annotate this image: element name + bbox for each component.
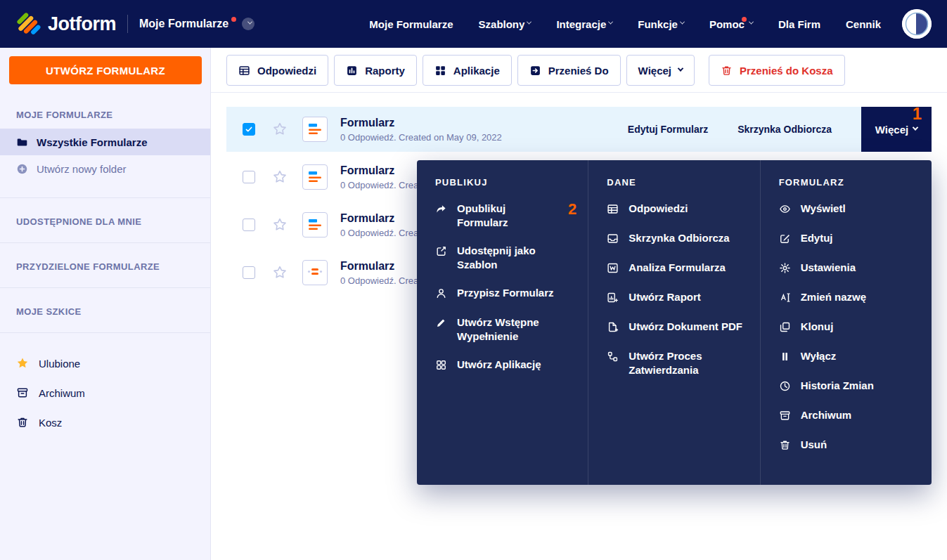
- chevron-down-icon: [242, 18, 255, 30]
- workspace-switcher[interactable]: Moje Formularze: [139, 18, 255, 30]
- step-1-annotation: 1: [913, 105, 922, 122]
- share-arrow-icon: [435, 203, 447, 215]
- rename-icon: [779, 292, 791, 304]
- menu-item-edit[interactable]: Edytuj: [779, 231, 920, 247]
- menu-item-form-analytics[interactable]: Analiza Formularza: [607, 261, 748, 276]
- chevron-down-icon: [749, 20, 754, 25]
- star-icon[interactable]: [272, 169, 288, 185]
- eye-icon: [779, 203, 791, 215]
- form-header: FORMULARZ: [779, 177, 920, 188]
- create-form-button[interactable]: UTWÓRZ FORMULARZ: [9, 56, 202, 84]
- workspace-label: Moje Formularze: [139, 18, 228, 30]
- sidebar-item-label: Kosz: [39, 417, 62, 429]
- pencil-icon: [435, 317, 447, 329]
- nav-item-moje-formularze[interactable]: Moje Formularze: [369, 18, 453, 30]
- row-checkbox[interactable]: [243, 171, 255, 183]
- trash-icon: [721, 65, 733, 77]
- move-to-trash-button[interactable]: Przenieś do Kosza: [709, 55, 845, 86]
- jotform-logo[interactable]: Jotform: [15, 11, 116, 37]
- archive-icon: [779, 410, 791, 422]
- menu-item-revision-history[interactable]: Historia Zmian: [779, 379, 920, 394]
- app-grid-icon: [435, 359, 447, 371]
- share-template-icon: [435, 245, 447, 257]
- star-icon[interactable]: [272, 217, 288, 233]
- menu-item-inbox[interactable]: Skrzynka Odbiorcza: [607, 231, 748, 247]
- menu-item-responses[interactable]: Odpowiedzi: [607, 202, 748, 217]
- folder-icon: [16, 136, 28, 148]
- data-header: DANE: [607, 177, 748, 188]
- plus-circle-icon: [16, 163, 28, 175]
- trash-icon: [779, 439, 791, 451]
- menu-item-view[interactable]: Wyświetl: [779, 202, 920, 217]
- form-type-icon: [302, 164, 328, 190]
- row-checkbox[interactable]: [243, 219, 255, 231]
- menu-item-rename[interactable]: Zmień nazwę: [779, 290, 920, 306]
- nav-item-pomoc[interactable]: Pomoc: [709, 18, 753, 30]
- main-content: Odpowiedzi Raporty Aplikacje: [211, 48, 947, 560]
- avatar[interactable]: [902, 9, 932, 39]
- more-button[interactable]: Więcej: [626, 55, 695, 86]
- reports-button[interactable]: Raporty: [334, 55, 417, 86]
- row-checkbox[interactable]: [243, 123, 255, 136]
- star-icon[interactable]: [272, 265, 288, 280]
- pause-icon: [779, 351, 791, 363]
- sidebar-divider: [0, 287, 210, 288]
- notification-dot: [231, 17, 236, 22]
- move-to-button[interactable]: Przenieś Do: [517, 55, 621, 86]
- notification-dot: [742, 17, 747, 22]
- sidebar-item-archive[interactable]: Archiwum: [0, 378, 210, 408]
- menu-item-disable[interactable]: Wyłącz: [779, 349, 920, 365]
- inbox-link[interactable]: Skrzynka Odbiorcza: [737, 124, 832, 135]
- menu-item-create-app[interactable]: Utwórz Aplikację: [435, 358, 576, 373]
- menu-item-create-approval-flow[interactable]: Utwórz Proces Zatwierdzania: [607, 349, 748, 377]
- nav-divider: [127, 15, 128, 33]
- approval-flow-icon: [607, 351, 619, 363]
- nav-item-szablony[interactable]: Szablony: [479, 18, 532, 30]
- nav-item-integracje[interactable]: Integracje: [556, 18, 612, 30]
- menu-column-form: FORMULARZ Wyświetl Edytuj: [760, 160, 932, 485]
- chevron-down-icon: [527, 20, 532, 25]
- menu-item-create-pdf[interactable]: Utwórz Dokument PDF: [607, 320, 748, 335]
- sidebar-item-label: Utwórz nowy folder: [37, 163, 127, 175]
- pdf-document-plus-icon: [607, 321, 619, 333]
- menu-column-publish: PUBLIKUJ Opublikuj Formularz 2 Udostępni…: [417, 160, 588, 485]
- menu-item-share-as-template[interactable]: Udostępnij jako Szablon: [435, 244, 576, 272]
- sidebar-item-all-forms[interactable]: Wszystkie Formularze: [0, 129, 210, 155]
- avatar-icon: [902, 9, 932, 39]
- edit-form-link[interactable]: Edytuj Formularz: [628, 124, 708, 135]
- assigned-forms-header: PRZYDZIELONE FORMULARZE: [16, 261, 194, 272]
- more-dropdown-menu: PUBLIKUJ Opublikuj Formularz 2 Udostępni…: [417, 160, 932, 485]
- clock-icon: [779, 380, 791, 392]
- menu-item-create-report[interactable]: Utwórz Raport: [607, 290, 748, 306]
- toolbar-divider: [211, 92, 947, 93]
- menu-item-create-prefill[interactable]: Utwórz Wstępne Wypełnienie: [435, 315, 576, 344]
- archive-icon: [16, 386, 29, 399]
- sidebar-item-favorites[interactable]: Ulubione: [0, 349, 210, 378]
- form-row[interactable]: Formularz 0 Odpowiedź. Created on May 09…: [226, 107, 932, 152]
- sidebar-divider: [0, 332, 210, 333]
- nav-item-cennik[interactable]: Cennik: [846, 18, 881, 30]
- star-icon[interactable]: [272, 122, 288, 137]
- menu-item-publish-form[interactable]: Opublikuj Formularz 2: [435, 202, 576, 230]
- menu-item-delete[interactable]: Usuń: [779, 438, 920, 453]
- sidebar-item-trash[interactable]: Kosz: [0, 408, 210, 437]
- menu-item-settings[interactable]: Ustawienia: [779, 261, 920, 276]
- row-more-button[interactable]: Więcej 1: [861, 107, 932, 152]
- menu-item-clone[interactable]: Klonuj: [779, 320, 920, 335]
- step-2-annotation: 2: [568, 202, 576, 217]
- menu-item-archive[interactable]: Archiwum: [779, 408, 920, 424]
- nav-item-dla-firm[interactable]: Dla Firm: [778, 18, 820, 30]
- nav-item-funkcje[interactable]: Funkcje: [638, 18, 684, 30]
- apps-button[interactable]: Aplikacje: [423, 55, 512, 86]
- form-type-icon: [302, 212, 328, 237]
- analytics-icon: [607, 262, 619, 274]
- responses-button[interactable]: Odpowiedzi: [226, 55, 328, 86]
- bulk-actions-toolbar: Odpowiedzi Raporty Aplikacje: [226, 55, 947, 86]
- table-icon: [238, 65, 250, 77]
- menu-item-assign-form[interactable]: Przypisz Formularz: [435, 286, 576, 301]
- sidebar-item-new-folder[interactable]: Utwórz nowy folder: [0, 155, 210, 182]
- row-checkbox[interactable]: [243, 266, 255, 279]
- form-meta: 0 Odpowiedź. Created on May 09, 2022: [340, 132, 502, 143]
- move-to-icon: [529, 65, 541, 77]
- my-drafts-header: MOJE SZKICE: [16, 306, 194, 317]
